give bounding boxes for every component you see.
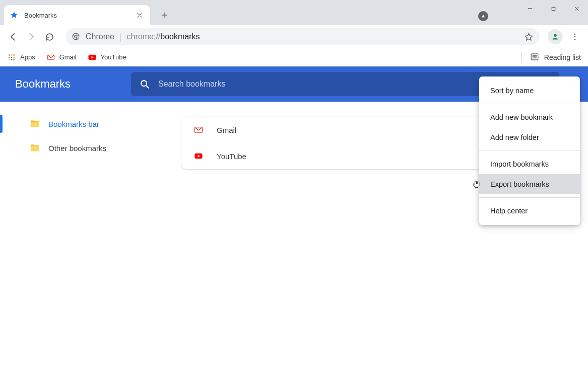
menu-add-folder[interactable]: Add new folder xyxy=(479,127,580,147)
gmail-icon xyxy=(46,53,55,62)
profile-avatar[interactable] xyxy=(548,29,563,44)
bookmark-gmail-label: Gmail xyxy=(59,53,77,61)
sidebar: Bookmarks bar Other bookmarks xyxy=(0,102,181,383)
window-close-button[interactable] xyxy=(565,0,588,17)
sidebar-item-other-bookmarks[interactable]: Other bookmarks xyxy=(0,136,181,160)
reading-list-icon xyxy=(530,52,540,62)
url-text: chrome://bookmarks xyxy=(127,32,200,41)
cursor-icon xyxy=(471,179,481,189)
new-tab-button[interactable] xyxy=(156,7,172,23)
url-separator: | xyxy=(119,32,122,42)
chrome-icon xyxy=(72,32,81,41)
page-title: Bookmarks xyxy=(15,78,71,91)
menu-add-bookmark[interactable]: Add new bookmark xyxy=(479,107,580,127)
reading-list[interactable]: Reading list xyxy=(521,52,581,62)
menu-separator xyxy=(479,150,580,151)
apps-shortcut[interactable]: Apps xyxy=(7,53,35,62)
organize-menu: Sort by name Add new bookmark Add new fo… xyxy=(479,76,580,225)
bookmark-youtube[interactable]: YouTube xyxy=(88,53,126,62)
omnibox[interactable]: Chrome | chrome://bookmarks xyxy=(66,28,540,45)
window-maximize-button[interactable] xyxy=(542,0,565,17)
menu-export-bookmarks[interactable]: Export bookmarks xyxy=(479,174,580,194)
bookmark-gmail[interactable]: Gmail xyxy=(46,53,77,62)
list-item-label: Gmail xyxy=(217,126,236,134)
gmail-icon xyxy=(193,125,204,135)
bookmark-youtube-label: YouTube xyxy=(101,53,126,61)
sidebar-item-bookmarks-bar[interactable]: Bookmarks bar xyxy=(0,112,181,136)
menu-help-center[interactable]: Help center xyxy=(479,201,580,221)
extension-indicator-icon[interactable] xyxy=(478,11,488,21)
menu-import-bookmarks[interactable]: Import bookmarks xyxy=(479,154,580,174)
menu-sort-by-name[interactable]: Sort by name xyxy=(479,81,580,101)
separator xyxy=(521,52,522,62)
window-minimize-button[interactable] xyxy=(518,0,542,17)
apps-label: Apps xyxy=(20,53,35,61)
folder-icon xyxy=(29,118,40,129)
reload-button[interactable] xyxy=(40,28,58,46)
search-icon xyxy=(139,79,150,90)
menu-separator xyxy=(479,104,580,104)
reading-list-label: Reading list xyxy=(544,53,581,61)
browser-menu-button[interactable] xyxy=(566,28,584,46)
youtube-icon xyxy=(88,53,97,62)
bookmarks-bar: Apps Gmail YouTube Reading list xyxy=(0,48,588,66)
list-item-label: YouTube xyxy=(217,152,246,161)
window-controls xyxy=(518,0,588,20)
url-prefix: Chrome xyxy=(86,32,114,41)
back-button[interactable] xyxy=(4,28,22,46)
apps-icon xyxy=(7,53,16,62)
sidebar-item-label: Other bookmarks xyxy=(48,144,106,152)
browser-tab[interactable]: Bookmarks xyxy=(4,5,150,25)
tab-close-button[interactable] xyxy=(135,11,144,20)
tab-title: Bookmarks xyxy=(24,12,135,19)
folder-icon xyxy=(29,142,40,154)
svg-point-19 xyxy=(554,34,557,37)
titlebar: Bookmarks xyxy=(0,0,588,25)
bookmarks-star-icon xyxy=(10,11,18,19)
menu-separator xyxy=(479,197,580,198)
forward-button[interactable] xyxy=(22,28,40,46)
sidebar-item-label: Bookmarks bar xyxy=(48,120,99,128)
bookmark-star-icon[interactable] xyxy=(524,32,534,42)
youtube-icon xyxy=(193,151,204,161)
toolbar: Chrome | chrome://bookmarks xyxy=(0,25,588,48)
